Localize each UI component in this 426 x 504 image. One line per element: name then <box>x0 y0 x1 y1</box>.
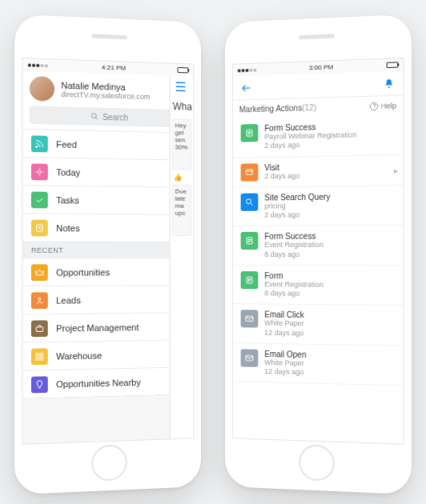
marketing-action-item[interactable]: Site Search Querypricing2 days ago <box>233 186 404 226</box>
search-input[interactable]: Search <box>30 106 187 127</box>
svg-point-0 <box>91 114 96 118</box>
recent-item-label: Opportunities <box>56 267 110 277</box>
signal-dots-icon <box>238 66 258 74</box>
phone-left: 4:21 PM Natalie Medinya directTV.my.sale… <box>14 14 201 495</box>
ma-subtitle: Event Registration <box>264 241 324 250</box>
svg-point-11 <box>38 298 41 300</box>
nav-item[interactable]: Feed <box>23 130 170 160</box>
nav-item-label: Tasks <box>56 195 79 206</box>
pin-icon <box>31 376 48 393</box>
avatar[interactable] <box>30 76 54 102</box>
search-placeholder: Search <box>102 112 128 122</box>
status-time: 3:00 PM <box>309 63 333 71</box>
ma-title: Visit <box>264 162 299 172</box>
ma-date: 8 days ago <box>264 289 324 298</box>
form-icon <box>241 271 259 289</box>
svg-rect-14 <box>40 353 42 355</box>
peek-card: Doe late ma upc <box>172 185 192 236</box>
sun-icon <box>31 163 48 180</box>
ma-subtitle: pricing <box>264 201 330 210</box>
recent-item[interactable]: Leads <box>23 286 170 314</box>
crown-icon <box>31 264 48 281</box>
check-icon <box>31 191 48 208</box>
recent-item[interactable]: Opportunities Nearby <box>23 368 170 399</box>
mail-icon <box>241 349 259 367</box>
marketing-action-item[interactable]: Email OpenWhite Paper12 days ago <box>233 343 404 386</box>
svg-point-2 <box>36 146 38 147</box>
user-org: directTV.my.salesforce.com <box>61 90 150 101</box>
marketing-actions-list: Form SuccessPayroll Webinar Registration… <box>233 114 404 443</box>
nav-item[interactable]: Tasks <box>23 186 170 215</box>
form-icon <box>241 124 259 142</box>
ma-title: Email Open <box>264 350 306 359</box>
ma-subtitle: White Paper <box>264 319 304 329</box>
recent-item[interactable]: Opportunities <box>23 258 170 286</box>
screen-right: 3:00 PM Marketing Actions(12) ? Help <box>232 58 404 445</box>
status-time: 4:21 PM <box>102 64 126 72</box>
svg-rect-15 <box>36 357 38 359</box>
notification-bell-icon[interactable] <box>383 78 395 90</box>
help-link[interactable]: ? Help <box>370 101 396 110</box>
status-right <box>178 67 189 74</box>
svg-rect-12 <box>36 326 42 331</box>
svg-rect-16 <box>40 357 42 359</box>
profile-header: Natalie Medinya directTV.my.salesforce.c… <box>23 71 194 134</box>
grid-icon <box>31 348 48 365</box>
svg-point-3 <box>38 170 41 173</box>
search-icon <box>90 112 98 120</box>
nav-item[interactable]: Notes <box>23 214 170 242</box>
ma-date: 8 days ago <box>264 250 324 258</box>
svg-rect-22 <box>247 169 253 174</box>
marketing-action-item[interactable]: Visit2 days ago ▸ <box>233 154 404 187</box>
recent-section-label: RECENT <box>23 242 170 258</box>
ma-title: Site Search Query <box>264 192 330 202</box>
ma-date: 2 days ago <box>264 140 356 151</box>
recent-item-label: Leads <box>56 295 81 306</box>
screen-left: 4:21 PM Natalie Medinya directTV.my.sale… <box>22 58 194 445</box>
note-icon <box>31 219 48 236</box>
ma-title: Form Success <box>264 232 324 241</box>
marketing-action-item[interactable]: Form SuccessPayroll Webinar Registration… <box>233 114 404 158</box>
like-icon: 👍 <box>171 174 194 182</box>
marketing-action-item[interactable]: Email ClickWhite Paper12 days ago <box>233 304 404 346</box>
visit-icon <box>241 163 259 181</box>
section-count: (12) <box>302 103 316 113</box>
svg-point-24 <box>247 198 251 203</box>
svg-line-25 <box>251 203 252 206</box>
ma-subtitle: Event Registration <box>264 280 324 290</box>
back-button[interactable] <box>241 82 252 93</box>
svg-rect-8 <box>37 224 42 230</box>
rss-icon <box>31 135 48 152</box>
svg-rect-13 <box>36 353 38 355</box>
lead-icon <box>31 292 48 309</box>
phone-right: 3:00 PM Marketing Actions(12) ? Help <box>225 14 412 495</box>
signal-dots-icon <box>28 61 49 69</box>
nav-item-label: Today <box>56 167 80 178</box>
nav-item-label: Feed <box>56 139 77 150</box>
form-icon <box>241 232 259 250</box>
nav-item[interactable]: Today <box>23 158 170 187</box>
hamburger-icon[interactable]: ☰ <box>171 76 194 98</box>
nav-item-label: Notes <box>56 222 80 232</box>
section-title: Marketing Actions <box>239 103 303 114</box>
ma-date: 12 days ago <box>264 328 304 338</box>
background-feed-peek: ☰ Wha Hey get sen 30% 👍 Doe late ma upc <box>170 76 194 439</box>
recent-item[interactable]: Warehouse <box>23 341 170 371</box>
briefcase-icon <box>31 320 48 337</box>
ma-title: Email Click <box>264 310 304 320</box>
recent-item[interactable]: Project Management <box>23 313 170 342</box>
peek-card: Hey get sen 30% <box>172 118 192 170</box>
recent-item-label: Warehouse <box>56 350 102 361</box>
ma-title: Form <box>264 271 324 280</box>
marketing-action-item[interactable]: FormEvent Registration8 days ago <box>233 266 404 306</box>
ma-date: 12 days ago <box>264 367 306 378</box>
ma-date: 2 days ago <box>264 171 299 181</box>
search-icon <box>241 193 259 210</box>
ma-date: 2 days ago <box>264 210 330 220</box>
marketing-action-item[interactable]: Form SuccessEvent Registration8 days ago <box>233 226 404 266</box>
svg-line-1 <box>95 118 97 119</box>
battery-icon <box>387 62 399 68</box>
help-label: Help <box>381 101 396 110</box>
chevron-right-icon: ▸ <box>394 166 398 174</box>
recent-item-label: Project Management <box>56 322 139 333</box>
